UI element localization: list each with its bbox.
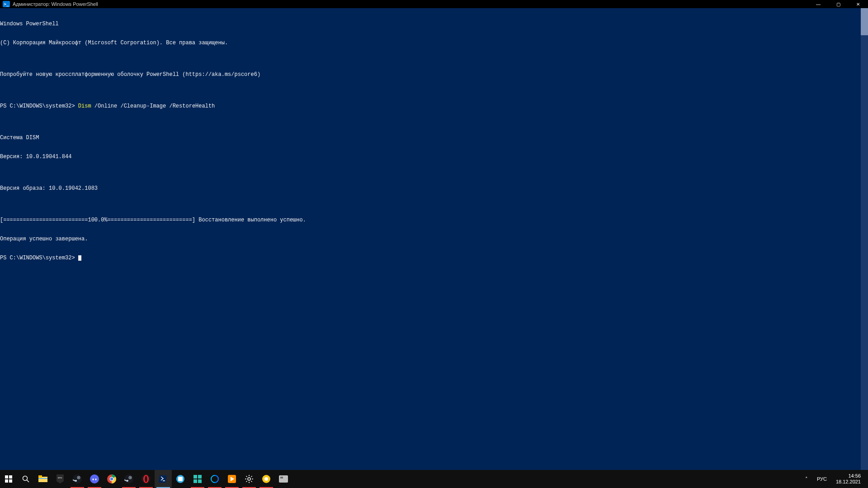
taskbar-opera[interactable] <box>137 470 155 488</box>
taskbar[interactable]: EPIC <box>0 470 868 488</box>
powershell-icon: >_ <box>3 1 10 7</box>
svg-line-42 <box>251 476 252 477</box>
grid-icon <box>193 475 202 483</box>
powershell-window: >_ Администратор: Windows PowerShell — ▢… <box>0 0 868 470</box>
svg-point-22 <box>130 477 131 478</box>
console-line: Windows PowerShell <box>0 21 868 27</box>
svg-rect-31 <box>193 479 197 483</box>
steam-icon <box>73 474 82 483</box>
svg-rect-30 <box>198 475 202 479</box>
svg-line-43 <box>246 481 247 482</box>
taskbar-app-orange[interactable] <box>258 470 275 488</box>
taskbar-discord[interactable] <box>86 470 103 488</box>
taskbar-file-explorer[interactable] <box>34 470 52 488</box>
taskbar-chrome[interactable] <box>103 470 120 488</box>
clock[interactable]: 14:56 18.12.2021 <box>833 473 863 485</box>
svg-rect-8 <box>38 478 47 479</box>
folder-icon <box>38 475 47 483</box>
console-line: Версия: 10.0.19041.844 <box>0 154 868 160</box>
systray: ˄ РУС 14:56 18.12.2021 <box>798 470 868 488</box>
svg-rect-3 <box>9 479 12 483</box>
search-button[interactable] <box>17 470 34 488</box>
svg-point-14 <box>90 474 99 483</box>
scrollbar-thumb[interactable] <box>861 8 868 35</box>
steam-icon <box>124 474 133 483</box>
console-line: Операция успешно завершена. <box>0 236 868 242</box>
titlebar[interactable]: >_ Администратор: Windows PowerShell — ▢… <box>0 0 868 8</box>
maximize-button[interactable]: ▢ <box>828 0 848 8</box>
console-line: Версия образа: 10.0.19042.1083 <box>0 185 868 192</box>
console-line: Система DISM <box>0 135 868 141</box>
svg-point-45 <box>264 477 268 481</box>
svg-point-26 <box>145 476 147 482</box>
epic-icon: EPIC <box>56 474 64 483</box>
svg-line-41 <box>251 481 252 482</box>
svg-rect-29 <box>193 475 197 479</box>
taskbar-app-gray[interactable] <box>275 470 292 488</box>
svg-rect-7 <box>38 475 42 478</box>
windows-icon <box>5 475 12 483</box>
taskbar-app-c[interactable] <box>206 470 223 488</box>
taskbar-steam[interactable] <box>69 470 86 488</box>
scrollbar[interactable] <box>861 8 868 470</box>
svg-point-23 <box>127 480 128 482</box>
console-prompt-line: PS C:\WINDOWS\system32> Dism /Online /Cl… <box>0 103 868 109</box>
svg-rect-28 <box>178 477 183 481</box>
gear-icon <box>245 475 253 483</box>
text-cursor <box>78 255 81 261</box>
svg-point-16 <box>95 479 97 480</box>
opera-icon <box>142 474 151 483</box>
language-indicator[interactable]: РУС <box>814 476 830 482</box>
c-ring-icon <box>210 474 219 483</box>
taskbar-epic-games[interactable]: EPIC <box>52 470 69 488</box>
svg-rect-46 <box>279 475 288 483</box>
svg-rect-0 <box>5 475 8 479</box>
svg-point-35 <box>248 478 250 480</box>
taskbar-media-player[interactable] <box>223 470 241 488</box>
taskbar-settings[interactable] <box>241 470 258 488</box>
discord-icon <box>90 474 99 483</box>
svg-point-10 <box>73 474 82 483</box>
start-button[interactable] <box>0 470 17 488</box>
svg-point-12 <box>78 477 79 478</box>
console-area[interactable]: Windows PowerShell (C) Корпорация Майкро… <box>0 8 868 470</box>
minimize-button[interactable]: — <box>808 0 828 8</box>
app-icon <box>279 475 288 483</box>
taskbar-powershell[interactable] <box>155 470 172 488</box>
search-icon <box>22 475 29 483</box>
svg-text:EPIC: EPIC <box>58 477 62 479</box>
svg-line-5 <box>27 480 29 482</box>
taskbar-app-blue[interactable] <box>172 470 189 488</box>
play-icon <box>228 475 236 483</box>
window-title: Администратор: Windows PowerShell <box>13 1 808 7</box>
svg-point-19 <box>110 478 113 481</box>
taskbar-app-teal[interactable] <box>189 470 206 488</box>
close-button[interactable]: ✕ <box>848 0 868 8</box>
chrome-icon <box>107 474 116 483</box>
svg-rect-47 <box>280 477 283 479</box>
command-name: Dism <box>78 103 91 109</box>
taskbar-steam-2[interactable] <box>120 470 137 488</box>
prompt: PS C:\WINDOWS\system32> <box>0 255 75 261</box>
console-line: (C) Корпорация Майкрософт (Microsoft Cor… <box>0 40 868 46</box>
svg-rect-32 <box>198 479 202 483</box>
app-icon <box>262 474 271 483</box>
console-line: [==========================100.0%=======… <box>0 217 868 223</box>
command-args: /Online /Cleanup-Image /RestoreHealth <box>91 103 215 109</box>
svg-point-13 <box>75 480 77 482</box>
svg-point-20 <box>124 474 133 483</box>
clock-time: 14:56 <box>836 473 861 479</box>
systray-overflow-button[interactable]: ˄ <box>802 476 811 482</box>
svg-rect-2 <box>5 479 8 483</box>
svg-line-40 <box>246 476 247 477</box>
powershell-icon <box>159 475 168 483</box>
svg-point-15 <box>93 479 94 480</box>
svg-rect-1 <box>9 475 12 479</box>
console-line: Попробуйте новую кроссплатформенную обол… <box>0 71 868 78</box>
clock-date: 18.12.2021 <box>836 479 861 485</box>
prompt: PS C:\WINDOWS\system32> <box>0 103 78 109</box>
console-prompt-line: PS C:\WINDOWS\system32> <box>0 255 868 261</box>
app-icon <box>176 474 185 483</box>
